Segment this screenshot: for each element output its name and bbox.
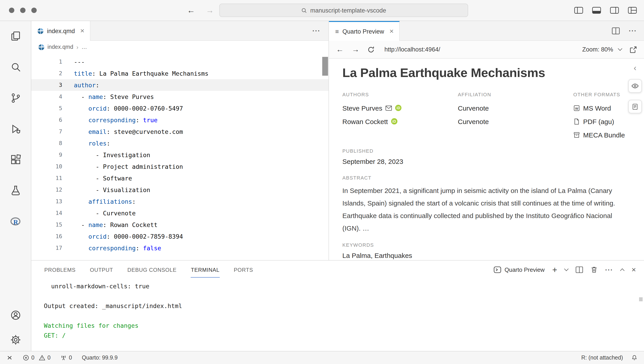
preview-back-icon[interactable]: ← (336, 45, 344, 54)
code-line[interactable]: 2title: La Palma Earthquake Mechanisms (31, 68, 328, 79)
toggle-secondary-sidebar-icon[interactable] (610, 7, 619, 14)
panel-tab-problems[interactable]: PROBLEMS (44, 262, 76, 277)
editor-actions-more-icon[interactable]: ··· (312, 21, 328, 40)
collapse-chevron-icon[interactable]: ‹ (634, 64, 636, 72)
affiliation-row: Curvenote (458, 101, 573, 115)
r-lang-icon[interactable]: R (10, 215, 22, 227)
preview-tab-bar: ≡ Quarto Preview × ··· (329, 21, 644, 41)
code-line[interactable]: 1--- (31, 56, 328, 68)
breadcrumb-symbol[interactable]: … (82, 44, 87, 50)
zoom-level[interactable]: Zoom: 80% (582, 46, 613, 53)
line-number: 3 (31, 79, 69, 91)
format-link-meca[interactable]: MECA Bundle (573, 128, 630, 142)
history-forward-icon[interactable]: → (206, 6, 214, 15)
history-back-icon[interactable]: ← (187, 6, 195, 15)
source-control-icon[interactable] (10, 92, 22, 104)
breadcrumb-file[interactable]: index.qmd (48, 44, 73, 50)
format-link-ms-word[interactable]: WMS Word (573, 101, 630, 115)
panel-more-actions-icon[interactable]: ··· (605, 266, 613, 273)
tab-index-qmd[interactable]: index.qmd × (31, 21, 90, 41)
abstract-header: ABSTRACT (342, 175, 630, 180)
tab-quarto-preview[interactable]: ≡ Quarto Preview × (329, 21, 400, 41)
code-line[interactable]: 9 - Investigation (31, 149, 328, 161)
code-line[interactable]: 14 - Curvenote (31, 207, 328, 219)
terminal-dropdown-icon[interactable] (564, 266, 568, 271)
panel-tab-debug-console[interactable]: DEBUG CONSOLE (127, 262, 177, 277)
format-label: MS Word (583, 104, 611, 112)
panel-tab-output[interactable]: OUTPUT (90, 262, 114, 277)
terminal[interactable]: unroll-markdown-cells: true Output creat… (31, 278, 644, 351)
split-terminal-icon[interactable] (576, 266, 583, 273)
code-line[interactable]: 6 corresponding: true (31, 114, 328, 126)
quarto-file-icon (38, 28, 44, 34)
code-line[interactable]: 3author: (31, 79, 328, 91)
notifications-bell-icon[interactable] (631, 354, 638, 361)
svg-text:W: W (575, 106, 578, 110)
kill-terminal-icon[interactable] (591, 266, 598, 273)
testing-icon[interactable] (10, 184, 22, 197)
format-link-pdf[interactable]: PDF (agu) (573, 115, 630, 128)
close-tab-icon[interactable]: × (80, 27, 84, 35)
close-panel-icon[interactable]: × (632, 266, 636, 273)
accounts-icon[interactable] (10, 309, 22, 321)
code-line[interactable]: 12 - Visualization (31, 184, 328, 196)
code-line[interactable]: 7 email: steve@curvenote.com (31, 126, 328, 137)
problems-status[interactable]: 0 0 (23, 354, 50, 361)
toggle-panel-icon[interactable] (592, 7, 601, 14)
code-line[interactable]: 8 roles: (31, 137, 328, 149)
code-line[interactable]: 16 orcid: 0000-0002-7859-8394 (31, 231, 328, 242)
r-status[interactable]: R: (not attached) (581, 354, 623, 361)
notes-icon[interactable] (628, 100, 642, 113)
preview-url[interactable]: http://localhost:4964/ (384, 46, 440, 53)
terminal-scrollbar[interactable] (639, 297, 643, 301)
remote-indicator[interactable] (6, 354, 13, 361)
code-line[interactable]: 5 orcid: 0000-0002-0760-5497 (31, 103, 328, 114)
open-external-icon[interactable] (630, 46, 637, 53)
code-line[interactable]: 13 affiliations: (31, 196, 328, 207)
abstract-text: In September 2021, a significant jump in… (342, 184, 630, 235)
new-terminal-icon[interactable]: + (552, 265, 557, 274)
quarto-version[interactable]: Quarto: 99.9.9 (82, 354, 118, 361)
code-line[interactable]: 15 - name: Rowan Cockett (31, 219, 328, 231)
split-editor-icon[interactable] (612, 27, 620, 34)
orcid-icon[interactable]: iD (395, 105, 402, 111)
editor-scrollbar[interactable] (322, 57, 328, 76)
customize-layout-icon[interactable] (628, 7, 637, 14)
line-number: 8 (31, 137, 69, 149)
close-preview-tab-icon[interactable]: × (389, 28, 394, 35)
code-line[interactable]: 11 - Software (31, 172, 328, 184)
zoom-dropdown-icon[interactable] (618, 46, 622, 51)
reload-icon[interactable] (368, 46, 374, 53)
zoom-window-button[interactable] (31, 8, 37, 13)
eye-icon[interactable] (628, 79, 642, 93)
maximize-panel-icon[interactable] (620, 268, 624, 273)
breadcrumb[interactable]: index.qmd › … (31, 41, 328, 53)
preview-forward-icon[interactable]: → (352, 45, 359, 54)
panel-tab-ports[interactable]: PORTS (234, 262, 254, 277)
status-bar: 0 0 0 Quarto: 99.9.9 R: (not attached (0, 351, 644, 364)
email-icon[interactable] (385, 105, 392, 111)
orcid-icon[interactable]: iD (391, 118, 397, 125)
line-number: 14 (31, 207, 69, 219)
search-icon[interactable] (10, 61, 22, 73)
preview-more-actions-icon[interactable]: ··· (629, 27, 637, 35)
explorer-icon[interactable] (10, 30, 22, 42)
code-line[interactable]: 4 - name: Steve Purves (31, 91, 328, 103)
panel-tab-terminal[interactable]: TERMINAL (190, 262, 220, 277)
command-center-search[interactable]: manuscript-template-vscode (219, 4, 468, 17)
ports-status[interactable]: 0 (60, 354, 72, 361)
toggle-sidebar-icon[interactable] (574, 7, 583, 14)
extensions-icon[interactable] (10, 154, 22, 166)
line-number: 15 (31, 219, 69, 231)
code-editor[interactable]: 1---2title: La Palma Earthquake Mechanis… (31, 53, 328, 260)
format-label: MECA Bundle (583, 131, 625, 139)
close-window-button[interactable] (9, 8, 14, 13)
terminal-picker[interactable]: Quarto Preview (494, 266, 545, 273)
code-line[interactable]: 17 corresponding: false (31, 242, 328, 254)
settings-gear-icon[interactable] (10, 333, 22, 346)
traffic-lights (9, 8, 37, 13)
run-debug-icon[interactable] (10, 123, 22, 135)
code-line[interactable]: 10 - Project administration (31, 161, 328, 172)
meca-icon (573, 131, 580, 138)
minimize-window-button[interactable] (20, 8, 26, 13)
